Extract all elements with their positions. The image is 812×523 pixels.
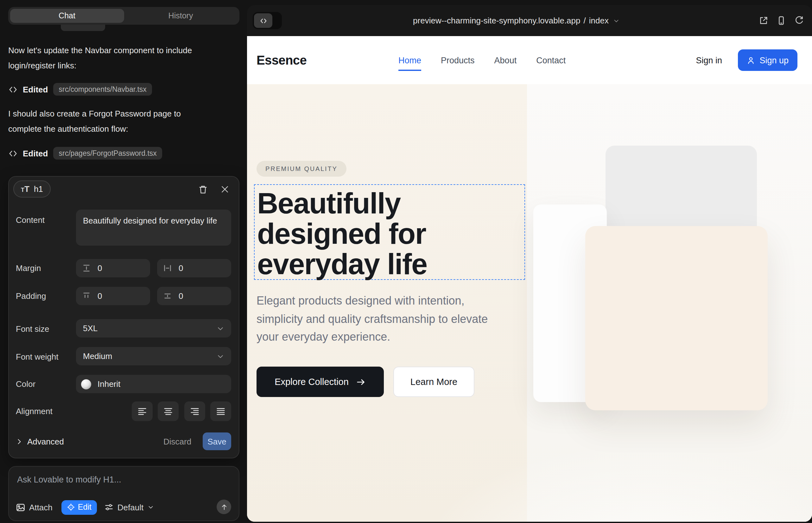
color-value: Inherit	[98, 379, 120, 389]
tab-history[interactable]: History	[124, 9, 237, 23]
open-external-button[interactable]	[759, 16, 768, 25]
edited-label: Edited	[23, 85, 48, 94]
edited-label: Edited	[23, 148, 48, 158]
nav-link-contact[interactable]: Contact	[536, 55, 566, 65]
align-center-button[interactable]	[158, 401, 179, 421]
align-right-button[interactable]	[184, 401, 205, 421]
padding-label: Padding	[16, 291, 46, 301]
advanced-toggle[interactable]: Advanced	[16, 432, 64, 450]
padding-vertical-field	[76, 287, 150, 305]
sign-up-button[interactable]: Sign up	[738, 49, 797, 71]
decor-card-beige	[585, 226, 768, 410]
composer-toolbar: Attach Edit Default	[16, 499, 232, 516]
align-left-button[interactable]	[132, 401, 153, 421]
color-swatch-icon	[81, 379, 91, 389]
save-button[interactable]: Save	[203, 432, 231, 450]
code-view-button[interactable]	[254, 13, 272, 28]
nav-link-products[interactable]: Products	[441, 55, 475, 65]
selected-element-badge[interactable]: TT h1	[13, 180, 51, 198]
delete-element-button[interactable]	[195, 182, 210, 197]
learn-more-label: Learn More	[410, 377, 457, 387]
nav-link-about[interactable]: About	[494, 55, 517, 65]
chat-panel: Chat History Now let's update the Navbar…	[0, 0, 247, 523]
site-nav-links: Home Products About Contact	[399, 36, 566, 84]
chat-message: I should also create a Forgot Password p…	[8, 106, 212, 136]
premium-quality-badge: PREMIUM QUALITY	[257, 161, 347, 177]
edit-mode-button[interactable]: Edit	[61, 500, 97, 515]
chat-history-tabs: Chat History	[8, 7, 240, 25]
margin-vertical-input[interactable]	[96, 263, 124, 273]
model-default-button[interactable]: Default	[105, 502, 154, 512]
discard-button[interactable]: Discard	[161, 432, 194, 450]
hero-glow	[323, 408, 812, 522]
chat-composer: Attach Edit Default	[8, 466, 240, 521]
url-separator: /	[584, 16, 586, 25]
hero-heading-line: everyday life	[257, 249, 525, 279]
browser-actions	[759, 5, 804, 36]
hero-heading-line: Beautifully	[257, 188, 525, 218]
font-weight-select[interactable]: Medium	[76, 347, 231, 365]
margin-horizontal-field	[157, 259, 231, 277]
content-textarea[interactable]: Beautifully designed for everyday life	[76, 210, 231, 246]
content-label: Content	[16, 215, 45, 225]
composer-input[interactable]	[16, 474, 227, 485]
scrolled-pill-fragment	[61, 25, 105, 31]
padding-horizontal-field	[157, 287, 231, 305]
padding-vertical-icon	[82, 292, 91, 300]
refresh-button[interactable]	[794, 16, 804, 25]
url-page: index	[589, 16, 609, 25]
color-select[interactable]: Inherit	[76, 375, 231, 393]
chat-message: Now let's update the Navbar component to…	[8, 43, 212, 73]
font-size-select[interactable]: 5XL	[76, 319, 231, 338]
url-domain: preview--charming-site-symphony.lovable.…	[413, 16, 580, 25]
code-icon	[8, 148, 18, 158]
alignment-label: Alignment	[16, 407, 53, 416]
margin-vertical-field	[76, 259, 150, 277]
preview-url[interactable]: preview--charming-site-symphony.lovable.…	[413, 5, 619, 36]
site-navbar: Essence Home Products About Contact Sign…	[247, 36, 812, 84]
hero-cta-row: Explore Collection Learn More	[257, 366, 474, 397]
margin-vertical-icon	[82, 264, 91, 272]
send-button[interactable]	[217, 500, 231, 514]
file-chip[interactable]: src/components/Navbar.tsx	[53, 83, 152, 96]
content-field: Beautifully designed for everyday life	[76, 210, 231, 246]
color-label: Color	[16, 379, 35, 389]
padding-horizontal-input[interactable]	[177, 291, 205, 301]
mobile-view-button[interactable]	[777, 16, 786, 25]
edited-file-row: Edited src/pages/ForgotPassword.tsx	[8, 146, 162, 160]
font-weight-value: Medium	[83, 351, 217, 361]
selection-outline: Beautifully designed for everyday life	[254, 184, 525, 280]
app: Chat History Now let's update the Navbar…	[0, 0, 812, 523]
hero-section: PREMIUM QUALITY Beautifully designed for…	[247, 84, 812, 522]
sign-in-link[interactable]: Sign in	[696, 36, 722, 84]
chevron-down-icon	[613, 17, 619, 24]
margin-horizontal-input[interactable]	[177, 263, 205, 273]
hero-heading[interactable]: Beautifully designed for everyday life	[257, 188, 525, 279]
file-chip[interactable]: src/pages/ForgotPassword.tsx	[53, 147, 162, 160]
margin-horizontal-icon	[163, 264, 172, 272]
font-weight-label: Font weight	[16, 352, 58, 362]
hero-heading-line: designed for	[257, 218, 525, 249]
explore-collection-button[interactable]: Explore Collection	[257, 366, 384, 397]
font-size-label: Font size	[16, 324, 49, 334]
chevron-down-icon	[217, 325, 224, 332]
view-toggle	[253, 12, 282, 29]
advanced-label: Advanced	[27, 437, 64, 446]
learn-more-button[interactable]: Learn More	[393, 366, 474, 397]
element-editor-panel: TT h1 Content Beautifully designed for e…	[8, 176, 240, 458]
attach-label: Attach	[29, 502, 53, 512]
padding-vertical-input[interactable]	[96, 291, 124, 301]
close-editor-button[interactable]	[217, 182, 232, 197]
tab-chat[interactable]: Chat	[10, 9, 124, 23]
edited-file-row: Edited src/components/Navbar.tsx	[8, 82, 152, 96]
site-logo[interactable]: Essence	[257, 36, 306, 84]
padding-horizontal-icon	[163, 292, 172, 300]
preview-browser: preview--charming-site-symphony.lovable.…	[247, 5, 812, 522]
hero-paragraph: Elegant products designed with intention…	[257, 292, 511, 346]
default-label: Default	[118, 502, 143, 512]
site-preview: Essence Home Products About Contact Sign…	[247, 36, 812, 522]
element-tag: h1	[34, 184, 43, 194]
nav-link-home[interactable]: Home	[399, 55, 421, 65]
attach-button[interactable]: Attach	[16, 502, 53, 512]
align-justify-button[interactable]	[210, 401, 231, 421]
